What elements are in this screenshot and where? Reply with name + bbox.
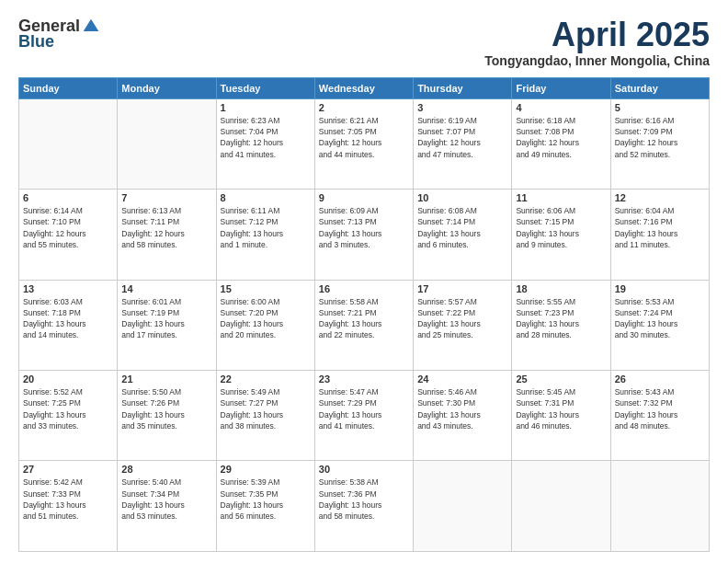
calendar-day-cell: 23Sunrise: 5:47 AMSunset: 7:29 PMDayligh… xyxy=(314,371,413,461)
day-number: 27 xyxy=(23,464,113,475)
calendar-day-cell: 11Sunrise: 6:06 AMSunset: 7:15 PMDayligh… xyxy=(512,190,610,280)
logo: General Blue xyxy=(18,17,100,52)
day-number: 25 xyxy=(516,373,606,385)
day-number: 28 xyxy=(121,464,211,475)
calendar-day-cell: 5Sunrise: 6:16 AMSunset: 7:09 PMDaylight… xyxy=(610,98,709,189)
day-number: 8 xyxy=(221,192,311,203)
day-info: Sunrise: 5:53 AMSunset: 7:24 PMDaylight:… xyxy=(615,296,705,341)
calendar-day-cell xyxy=(19,98,118,189)
calendar-day-cell: 18Sunrise: 5:55 AMSunset: 7:23 PMDayligh… xyxy=(512,280,610,370)
day-info: Sunrise: 5:58 AMSunset: 7:21 PMDaylight:… xyxy=(319,296,409,341)
day-info: Sunrise: 6:04 AMSunset: 7:16 PMDaylight:… xyxy=(615,205,705,250)
calendar-day-cell: 26Sunrise: 5:43 AMSunset: 7:32 PMDayligh… xyxy=(610,371,709,461)
day-number: 20 xyxy=(23,373,113,385)
day-info: Sunrise: 5:46 AMSunset: 7:30 PMDaylight:… xyxy=(417,386,507,431)
calendar-week-row: 27Sunrise: 5:42 AMSunset: 7:33 PMDayligh… xyxy=(19,461,710,552)
day-number: 14 xyxy=(121,283,211,294)
day-number: 19 xyxy=(615,283,705,294)
day-info: Sunrise: 6:09 AMSunset: 7:13 PMDaylight:… xyxy=(319,205,409,250)
day-number: 24 xyxy=(417,373,507,385)
day-info: Sunrise: 5:43 AMSunset: 7:32 PMDaylight:… xyxy=(615,386,705,431)
calendar-day-cell: 17Sunrise: 5:57 AMSunset: 7:22 PMDayligh… xyxy=(414,280,512,370)
logo-blue-text: Blue xyxy=(18,32,54,52)
day-info: Sunrise: 5:40 AMSunset: 7:34 PMDaylight:… xyxy=(121,477,211,522)
calendar-day-cell: 15Sunrise: 6:00 AMSunset: 7:20 PMDayligh… xyxy=(216,280,314,370)
page: General Blue April 2025 Tongyangdao, Inn… xyxy=(0,0,728,563)
day-number: 30 xyxy=(319,464,409,475)
day-number: 18 xyxy=(516,283,606,294)
day-info: Sunrise: 6:06 AMSunset: 7:15 PMDaylight:… xyxy=(516,205,606,250)
day-number: 10 xyxy=(417,192,507,203)
calendar-week-row: 1Sunrise: 6:23 AMSunset: 7:04 PMDaylight… xyxy=(19,98,710,189)
day-number: 13 xyxy=(23,283,113,294)
day-info: Sunrise: 5:57 AMSunset: 7:22 PMDaylight:… xyxy=(417,296,507,341)
calendar-day-cell: 8Sunrise: 6:11 AMSunset: 7:12 PMDaylight… xyxy=(216,190,314,280)
calendar-day-header: Friday xyxy=(512,77,610,98)
calendar-day-cell: 9Sunrise: 6:09 AMSunset: 7:13 PMDaylight… xyxy=(314,190,413,280)
day-number: 5 xyxy=(615,102,705,113)
calendar-week-row: 6Sunrise: 6:14 AMSunset: 7:10 PMDaylight… xyxy=(19,190,710,280)
calendar-day-cell: 4Sunrise: 6:18 AMSunset: 7:08 PMDaylight… xyxy=(512,98,610,189)
day-info: Sunrise: 6:03 AMSunset: 7:18 PMDaylight:… xyxy=(23,296,113,341)
calendar-day-cell xyxy=(414,461,512,552)
day-info: Sunrise: 5:50 AMSunset: 7:26 PMDaylight:… xyxy=(121,386,211,431)
calendar-day-cell: 21Sunrise: 5:50 AMSunset: 7:26 PMDayligh… xyxy=(118,371,216,461)
day-info: Sunrise: 6:23 AMSunset: 7:04 PMDaylight:… xyxy=(221,115,311,160)
calendar-day-cell: 22Sunrise: 5:49 AMSunset: 7:27 PMDayligh… xyxy=(216,371,314,461)
day-number: 17 xyxy=(417,283,507,294)
calendar-day-header: Tuesday xyxy=(216,77,314,98)
month-title: April 2025 xyxy=(484,17,710,53)
day-number: 7 xyxy=(121,192,211,203)
calendar-day-cell xyxy=(610,461,709,552)
calendar-day-header: Thursday xyxy=(414,77,512,98)
calendar-day-cell: 27Sunrise: 5:42 AMSunset: 7:33 PMDayligh… xyxy=(19,461,118,552)
day-number: 23 xyxy=(319,373,409,385)
day-number: 1 xyxy=(221,102,311,113)
calendar-day-header: Saturday xyxy=(610,77,709,98)
logo-icon xyxy=(82,17,100,36)
calendar-header-row: SundayMondayTuesdayWednesdayThursdayFrid… xyxy=(19,77,710,98)
calendar-day-cell: 14Sunrise: 6:01 AMSunset: 7:19 PMDayligh… xyxy=(118,280,216,370)
day-info: Sunrise: 6:00 AMSunset: 7:20 PMDaylight:… xyxy=(221,296,311,341)
day-number: 16 xyxy=(319,283,409,294)
day-info: Sunrise: 6:08 AMSunset: 7:14 PMDaylight:… xyxy=(417,205,507,250)
header: General Blue April 2025 Tongyangdao, Inn… xyxy=(18,17,710,68)
calendar-day-header: Monday xyxy=(118,77,216,98)
calendar: SundayMondayTuesdayWednesdayThursdayFrid… xyxy=(18,77,710,552)
calendar-day-cell: 20Sunrise: 5:52 AMSunset: 7:25 PMDayligh… xyxy=(19,371,118,461)
day-info: Sunrise: 5:42 AMSunset: 7:33 PMDaylight:… xyxy=(23,477,113,522)
day-info: Sunrise: 5:55 AMSunset: 7:23 PMDaylight:… xyxy=(516,296,606,341)
calendar-day-cell xyxy=(118,98,216,189)
calendar-day-cell: 2Sunrise: 6:21 AMSunset: 7:05 PMDaylight… xyxy=(314,98,413,189)
day-number: 4 xyxy=(516,102,606,113)
calendar-day-cell: 19Sunrise: 5:53 AMSunset: 7:24 PMDayligh… xyxy=(610,280,709,370)
calendar-day-cell: 24Sunrise: 5:46 AMSunset: 7:30 PMDayligh… xyxy=(414,371,512,461)
calendar-day-cell: 28Sunrise: 5:40 AMSunset: 7:34 PMDayligh… xyxy=(118,461,216,552)
day-number: 29 xyxy=(221,464,311,475)
calendar-day-header: Sunday xyxy=(19,77,118,98)
day-number: 3 xyxy=(417,102,507,113)
day-number: 2 xyxy=(319,102,409,113)
svg-marker-0 xyxy=(84,18,99,30)
day-info: Sunrise: 5:52 AMSunset: 7:25 PMDaylight:… xyxy=(23,386,113,431)
calendar-day-cell: 6Sunrise: 6:14 AMSunset: 7:10 PMDaylight… xyxy=(19,190,118,280)
calendar-day-cell: 29Sunrise: 5:39 AMSunset: 7:35 PMDayligh… xyxy=(216,461,314,552)
day-number: 9 xyxy=(319,192,409,203)
calendar-day-header: Wednesday xyxy=(314,77,413,98)
calendar-day-cell: 30Sunrise: 5:38 AMSunset: 7:36 PMDayligh… xyxy=(314,461,413,552)
calendar-day-cell: 12Sunrise: 6:04 AMSunset: 7:16 PMDayligh… xyxy=(610,190,709,280)
calendar-day-cell: 10Sunrise: 6:08 AMSunset: 7:14 PMDayligh… xyxy=(414,190,512,280)
day-number: 12 xyxy=(615,192,705,203)
day-info: Sunrise: 6:16 AMSunset: 7:09 PMDaylight:… xyxy=(615,115,705,160)
day-number: 15 xyxy=(221,283,311,294)
location-title: Tongyangdao, Inner Mongolia, China xyxy=(484,53,710,68)
day-number: 11 xyxy=(516,192,606,203)
calendar-week-row: 13Sunrise: 6:03 AMSunset: 7:18 PMDayligh… xyxy=(19,280,710,370)
day-info: Sunrise: 6:11 AMSunset: 7:12 PMDaylight:… xyxy=(221,205,311,250)
title-section: April 2025 Tongyangdao, Inner Mongolia, … xyxy=(484,17,710,68)
calendar-day-cell: 16Sunrise: 5:58 AMSunset: 7:21 PMDayligh… xyxy=(314,280,413,370)
day-number: 26 xyxy=(615,373,705,385)
calendar-day-cell: 7Sunrise: 6:13 AMSunset: 7:11 PMDaylight… xyxy=(118,190,216,280)
day-number: 22 xyxy=(221,373,311,385)
calendar-day-cell xyxy=(512,461,610,552)
